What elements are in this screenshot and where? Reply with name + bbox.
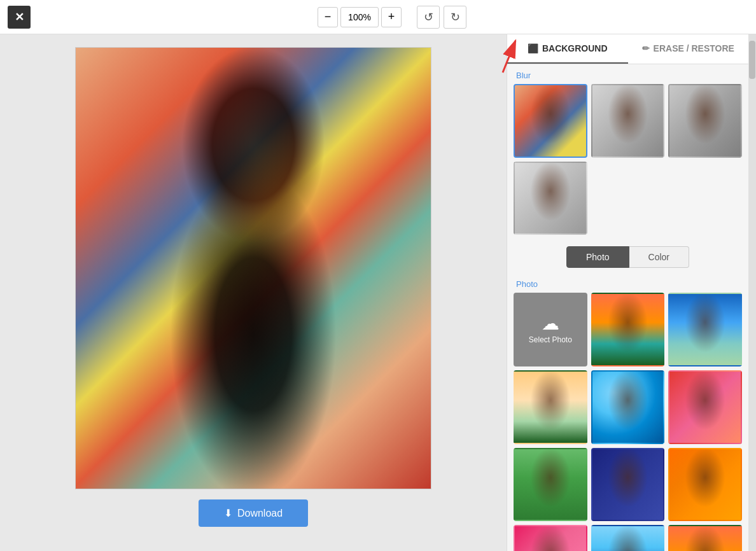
blur-section-label: Blur xyxy=(507,64,748,84)
photo-grid: ☁ Select Photo xyxy=(507,293,748,551)
right-scrollbar[interactable] xyxy=(748,34,756,551)
blur-thumb-1[interactable] xyxy=(514,84,587,158)
undo-button[interactable]: ↺ xyxy=(417,6,440,29)
canvas-area: ⬇ Download xyxy=(0,34,507,551)
blur-thumb-grid xyxy=(507,84,748,241)
photo-thumb-11[interactable] xyxy=(668,525,742,551)
photo-thumb-3[interactable] xyxy=(514,370,587,444)
photo-thumb-2[interactable] xyxy=(668,293,742,366)
download-area: ⬇ Download xyxy=(199,499,308,527)
close-button[interactable]: ✕ xyxy=(8,6,31,29)
photo-thumb-10[interactable] xyxy=(591,525,665,551)
select-photo-label: Select Photo xyxy=(529,335,572,344)
zoom-in-button[interactable]: + xyxy=(381,7,402,27)
main-area: ⬇ Download ⬛ BACKGROUND ✏ ERASE / RESTOR… xyxy=(0,34,756,551)
blur-thumb-3[interactable] xyxy=(668,84,742,158)
upload-icon: ☁ xyxy=(542,315,559,333)
photo-thumb-1[interactable] xyxy=(591,293,665,366)
tab-erase-label: ERASE / RESTORE xyxy=(654,43,734,53)
blur-thumb-2[interactable] xyxy=(591,84,665,158)
zoom-controls: − 100% + xyxy=(318,7,402,27)
photo-thumb-7[interactable] xyxy=(591,448,665,522)
scrollbar-thumb[interactable] xyxy=(749,41,755,79)
photo-thumb-9[interactable] xyxy=(514,525,587,551)
zoom-value-display: 100% xyxy=(340,7,379,27)
right-panel: ⬛ BACKGROUND ✏ ERASE / RESTORE Blur Phot… xyxy=(507,34,748,551)
select-photo-button[interactable]: ☁ Select Photo xyxy=(514,293,587,366)
sub-tab-color[interactable]: Color xyxy=(629,246,689,268)
layers-icon: ⬛ xyxy=(528,43,538,53)
tab-erase-restore[interactable]: ✏ ERASE / RESTORE xyxy=(628,34,749,64)
panel-content: Blur Photo Color Photo ☁ Select Phot xyxy=(507,64,748,551)
sub-tab-photo[interactable]: Photo xyxy=(566,246,629,268)
toolbar: ✕ − 100% + ↺ ↻ xyxy=(0,0,756,34)
panel-tabs: ⬛ BACKGROUND ✏ ERASE / RESTORE xyxy=(507,34,748,64)
download-label: Download xyxy=(237,508,283,519)
canvas-image xyxy=(75,47,431,489)
download-button[interactable]: ⬇ Download xyxy=(199,499,308,527)
eraser-icon: ✏ xyxy=(642,43,650,53)
photo-section-label: Photo xyxy=(507,273,748,293)
photo-thumb-8[interactable] xyxy=(668,448,742,522)
history-buttons: ↺ ↻ xyxy=(417,6,466,29)
close-icon: ✕ xyxy=(15,10,24,24)
photo-thumb-5[interactable] xyxy=(668,370,742,444)
tab-background[interactable]: ⬛ BACKGROUND xyxy=(507,34,628,64)
woman-overlay xyxy=(76,48,431,489)
download-icon: ⬇ xyxy=(224,507,232,519)
zoom-out-button[interactable]: − xyxy=(318,7,338,27)
tab-background-label: BACKGROUND xyxy=(542,43,608,53)
blur-thumb-4[interactable] xyxy=(514,162,587,235)
redo-button[interactable]: ↻ xyxy=(444,6,466,29)
photo-thumb-4[interactable] xyxy=(591,370,665,444)
photo-thumb-6[interactable] xyxy=(514,448,587,522)
sub-tabs: Photo Color xyxy=(514,246,742,268)
